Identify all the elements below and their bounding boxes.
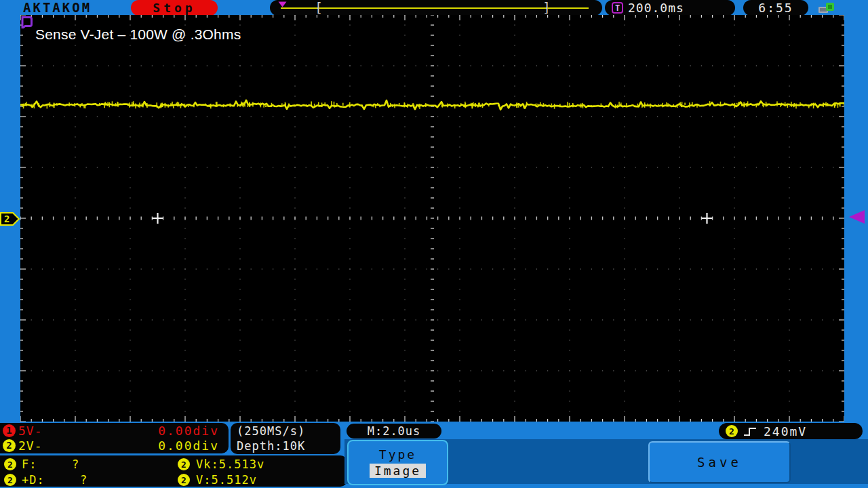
save-button[interactable]: Save	[648, 441, 791, 483]
type-softkey-button[interactable]: Type Image	[347, 440, 448, 485]
freq-label: F:	[22, 458, 37, 471]
duty-label: +D:	[22, 473, 45, 487]
waveform-display: Sense V-Jet – 100W @ .3Ohms	[20, 15, 844, 422]
trigger-level-marker[interactable]	[849, 210, 865, 224]
type-button-title: Type	[379, 447, 416, 462]
channel-scale-panel: 1 5V- 0.00div 2 2V- 0.00div	[0, 423, 229, 453]
channel1-offset: 0.00div	[158, 424, 219, 438]
vk-readout: Vk:5.513v	[196, 458, 264, 471]
timebase-readout: M:2.0us	[347, 424, 441, 439]
measurement-row: 2 +D: ? 2 V:5.512v	[0, 472, 347, 488]
acquisition-info-panel: (250MS/s) Depth:10K	[231, 423, 340, 454]
rising-edge-icon	[743, 426, 758, 437]
measurement-row: 2 F: ? 2 Vk:5.513v	[0, 457, 347, 472]
type-button-value: Image	[370, 464, 426, 478]
channel2-scale: 2V-	[18, 439, 43, 453]
run-state-label: Stop	[153, 1, 195, 15]
memory-depth-value: Depth:10K	[237, 439, 340, 453]
meas-ch-badge: 2	[178, 458, 190, 470]
trigger-flag-icon	[20, 16, 34, 28]
trigger-channel-badge: 2	[726, 425, 738, 437]
trigger-level-readout: 2 240mV	[719, 423, 863, 439]
acquisition-window-bar: [ ]	[270, 0, 602, 16]
window-right-bracket: ]	[542, 0, 551, 16]
channel2-marker-label: 2	[4, 214, 9, 224]
brand-logo: AKTAKOM	[23, 0, 92, 15]
duty-value: ?	[80, 473, 87, 487]
channel2-level-marker[interactable]: 2	[0, 211, 20, 227]
meas-ch-badge: 2	[178, 474, 190, 486]
channel2-badge: 2	[3, 439, 16, 452]
channel2-offset: 0.00div	[158, 439, 219, 453]
channel1-scale: 5V-	[18, 424, 43, 438]
trigger-holdoff-readout: T 200.0ms	[605, 0, 735, 16]
freq-value: ?	[72, 458, 79, 471]
sample-rate-value: (250MS/s)	[237, 424, 340, 439]
user-annotation: Sense V-Jet – 100W @ .3Ohms	[35, 26, 241, 43]
meas-ch-badge: 2	[4, 458, 16, 470]
window-left-bracket: [	[315, 0, 323, 16]
measurements-panel: 2 F: ? 2 Vk:5.513v 2 +D: ? 2 V:5.512v	[0, 455, 347, 487]
meas-ch-badge: 2	[4, 474, 16, 486]
v-readout: V:5.512v	[196, 473, 257, 487]
clock-value: 6:55	[758, 1, 793, 15]
run-state-badge[interactable]: Stop	[131, 0, 218, 16]
usb-drive-icon	[818, 1, 837, 15]
save-button-label: Save	[697, 455, 742, 470]
graticule-grid	[20, 15, 844, 422]
channel1-badge: 1	[3, 424, 16, 437]
trigger-level-value: 240mV	[764, 424, 807, 439]
trigger-t-icon: T	[612, 2, 623, 14]
channel2-row: 2 2V- 0.00div	[0, 438, 229, 453]
trigger-time-value: 200.0ms	[628, 1, 684, 15]
timebase-value: M:2.0us	[368, 424, 421, 438]
clock-readout: 6:55	[743, 0, 808, 16]
channel1-row: 1 5V- 0.00div	[0, 423, 229, 438]
